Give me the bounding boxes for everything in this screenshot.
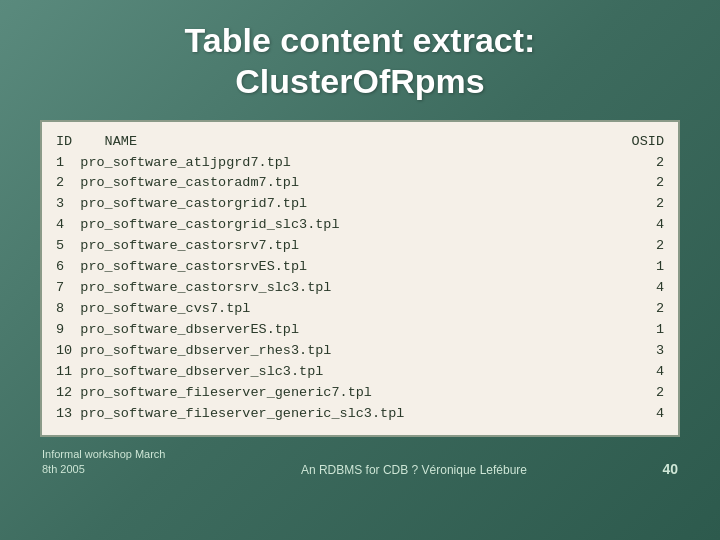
row-osid: 2 — [646, 299, 664, 320]
footer-left: Informal workshop March 8th 2005 — [42, 447, 166, 478]
row-osid: 2 — [646, 153, 664, 174]
row-id-name: 3 pro_software_castorgrid7.tpl — [56, 194, 307, 215]
table-row: 11 pro_software_dbserver_slc3.tpl4 — [56, 362, 664, 383]
row-id-name: 10 pro_software_dbserver_rhes3.tpl — [56, 341, 331, 362]
row-id-name: 13 pro_software_fileserver_generic_slc3.… — [56, 404, 404, 425]
header-osid: OSID — [622, 132, 664, 153]
row-id-name: 2 pro_software_castoradm7.tpl — [56, 173, 299, 194]
row-osid: 2 — [646, 194, 664, 215]
row-id-name: 1 pro_software_atljpgrd7.tpl — [56, 153, 291, 174]
table-row: 12 pro_software_fileserver_generic7.tpl2 — [56, 383, 664, 404]
table-row: 8 pro_software_cvs7.tpl2 — [56, 299, 664, 320]
row-id-name: 11 pro_software_dbserver_slc3.tpl — [56, 362, 323, 383]
footer: Informal workshop March 8th 2005 An RDBM… — [40, 447, 680, 478]
row-osid: 3 — [646, 341, 664, 362]
row-osid: 2 — [646, 236, 664, 257]
row-id-name: 8 pro_software_cvs7.tpl — [56, 299, 250, 320]
table-header: ID NAME OSID — [56, 132, 664, 153]
row-osid: 4 — [646, 278, 664, 299]
row-osid: 2 — [646, 173, 664, 194]
row-osid: 1 — [646, 257, 664, 278]
header-id-name: ID NAME — [56, 132, 137, 153]
row-osid: 1 — [646, 320, 664, 341]
row-id-name: 9 pro_software_dbserverES.tpl — [56, 320, 299, 341]
row-osid: 4 — [646, 362, 664, 383]
slide-title: Table content extract: ClusterOfRpms — [185, 20, 536, 102]
row-id-name: 6 pro_software_castorsrvES.tpl — [56, 257, 307, 278]
table-row: 10 pro_software_dbserver_rhes3.tpl3 — [56, 341, 664, 362]
row-id-name: 4 pro_software_castorgrid_slc3.tpl — [56, 215, 340, 236]
table-row: 5 pro_software_castorsrv7.tpl2 — [56, 236, 664, 257]
slide: Table content extract: ClusterOfRpms ID … — [0, 0, 720, 540]
row-osid: 2 — [646, 383, 664, 404]
table-row: 13 pro_software_fileserver_generic_slc3.… — [56, 404, 664, 425]
table-row: 6 pro_software_castorsrvES.tpl1 — [56, 257, 664, 278]
table-row: 3 pro_software_castorgrid7.tpl2 — [56, 194, 664, 215]
row-id-name: 7 pro_software_castorsrv_slc3.tpl — [56, 278, 331, 299]
table-row: 1 pro_software_atljpgrd7.tpl2 — [56, 153, 664, 174]
table-container: ID NAME OSID 1 pro_software_atljpgrd7.tp… — [40, 120, 680, 437]
row-id-name: 5 pro_software_castorsrv7.tpl — [56, 236, 299, 257]
table-row: 9 pro_software_dbserverES.tpl1 — [56, 320, 664, 341]
row-id-name: 12 pro_software_fileserver_generic7.tpl — [56, 383, 372, 404]
table-row: 2 pro_software_castoradm7.tpl2 — [56, 173, 664, 194]
table-body: 1 pro_software_atljpgrd7.tpl22 pro_softw… — [56, 153, 664, 425]
row-osid: 4 — [646, 215, 664, 236]
footer-center: An RDBMS for CDB ? Véronique Lefébure — [301, 463, 527, 477]
table-row: 4 pro_software_castorgrid_slc3.tpl4 — [56, 215, 664, 236]
footer-page: 40 — [662, 461, 678, 477]
row-osid: 4 — [646, 404, 664, 425]
table-row: 7 pro_software_castorsrv_slc3.tpl4 — [56, 278, 664, 299]
